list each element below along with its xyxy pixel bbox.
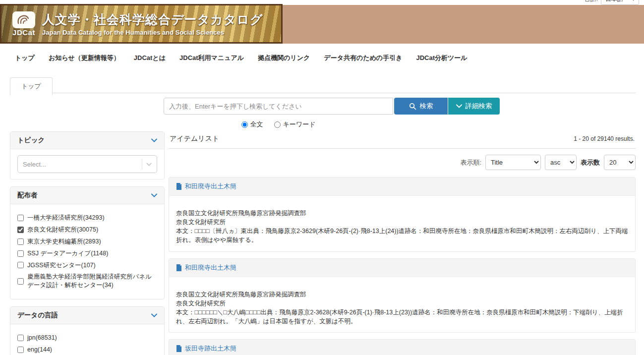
nav-item-links[interactable]: 拠点機関のリンク xyxy=(258,54,310,62)
detail-search-label: 詳細検索 xyxy=(466,102,492,111)
jdcat-logo: JDCat xyxy=(12,11,35,37)
logo-text: JDCat xyxy=(12,28,35,37)
panel-distributor-title: 配布者 xyxy=(17,191,38,200)
order-select[interactable]: asc xyxy=(545,155,577,170)
distributor-option-1[interactable]: 奈良文化財研究所(30075) xyxy=(17,226,157,234)
result-item-0-body: 奈良国立文化財研究所飛鳥藤原宮跡発掘調査部 奈良文化財研究所 本文：□□□□〔卌… xyxy=(169,196,635,251)
sort-label: 表示順: xyxy=(460,158,481,167)
results-title: アイテムリスト xyxy=(170,134,219,143)
distributor-label-5: 慶應義塾大学経済学部附属経済研究所パネルデータ設計・解析センター(34) xyxy=(27,273,157,290)
keyword-radio-input[interactable] xyxy=(274,121,281,128)
logo-swirl-icon xyxy=(12,11,35,28)
result-item-1: 和田廃寺出土木簡 奈良国立文化財研究所飛鳥藤原宮跡発掘調査部 奈良文化財研究所 … xyxy=(169,258,636,333)
nav-item-about[interactable]: JDCatとは xyxy=(134,54,166,62)
keyword-radio-label: キーワード xyxy=(283,120,316,129)
page: 言語: 日本語 ▾ JDCat 人文学・社会科学総合データカタログ Japan xyxy=(0,0,644,355)
search-icon xyxy=(409,103,416,110)
tab-top[interactable]: トップ xyxy=(10,77,53,96)
language-option-0[interactable]: jpn(68531) xyxy=(17,334,157,342)
nav-item-manual[interactable]: JDCat利用マニュアル xyxy=(179,54,244,62)
panel-distributor-header[interactable]: 配布者 xyxy=(10,187,164,204)
panel-distributor: 配布者 一橋大学経済研究所(34293) 奈良文化財研究所(30075) 東京大… xyxy=(10,186,165,299)
per-page-select[interactable]: 20 xyxy=(604,155,636,170)
language-bar: 言語: 日本語 ▾ xyxy=(585,0,639,5)
radio-keyword[interactable]: キーワード xyxy=(274,120,316,129)
nav-item-top[interactable]: トップ xyxy=(15,54,35,62)
language-checkbox-0[interactable] xyxy=(17,335,24,341)
result-item-1-title[interactable]: 和田廃寺出土木簡 xyxy=(185,263,236,272)
distributor-label-0: 一橋大学経済研究所(34293) xyxy=(27,214,105,222)
main-nav: トップ お知らせ（更新情報等） JDCatとは JDCat利用マニュアル 拠点機… xyxy=(15,54,468,62)
distributor-checkbox-3[interactable] xyxy=(17,250,24,257)
site-title: 人文学・社会科学総合データカタログ xyxy=(42,11,263,28)
nav-item-tools[interactable]: JDCat分析ツール xyxy=(416,54,467,62)
distributor-option-0[interactable]: 一橋大学経済研究所(34293) xyxy=(17,214,157,222)
language-checkbox-1[interactable] xyxy=(17,347,24,353)
distributor-checkbox-5[interactable] xyxy=(17,278,24,285)
document-icon xyxy=(176,183,182,190)
language-select[interactable]: 日本語 ▾ xyxy=(601,0,639,5)
result-item-1-body: 奈良国立文化財研究所飛鳥藤原宮跡発掘調査部 奈良文化財研究所 本文：□□□□□□… xyxy=(169,277,635,333)
nav-item-guide[interactable]: データ共有のための手引き xyxy=(324,54,402,62)
distributor-label-1: 奈良文化財研究所(30075) xyxy=(27,226,98,234)
result-item-0-title[interactable]: 和田廃寺出土木簡 xyxy=(185,182,236,191)
language-selected-value: 日本語 xyxy=(605,0,623,3)
select-divider xyxy=(142,159,142,170)
result-item-2-title[interactable]: 坂田寺跡出土木簡 xyxy=(185,344,236,353)
distributor-option-2[interactable]: 東京大学史料編纂所(2893) xyxy=(17,237,157,246)
distributor-option-5[interactable]: 慶應義塾大学経済学部附属経済研究所パネルデータ設計・解析センター(34) xyxy=(17,273,157,290)
panel-distributor-body: 一橋大学経済研究所(34293) 奈良文化財研究所(30075) 東京大学史料編… xyxy=(10,204,164,299)
banner-titles: 人文学・社会科学総合データカタログ Japan Data Catalog for… xyxy=(42,11,263,36)
results-controls: 表示順: Title asc 表示数 20 xyxy=(169,155,636,170)
distributor-checkbox-0[interactable] xyxy=(17,215,24,221)
document-icon xyxy=(176,264,182,271)
panel-topic-body: Select... xyxy=(10,149,164,179)
results-count: 1 - 20 of 29140 results. xyxy=(574,135,635,142)
sort-select[interactable]: Title xyxy=(485,155,541,170)
language-label: 言語: xyxy=(585,0,598,3)
result-item-1-publisher: 奈良文化財研究所 xyxy=(176,299,628,308)
search-input[interactable] xyxy=(164,98,393,115)
distributor-label-4: JGSS研究センター(107) xyxy=(27,261,96,270)
result-item-1-header: 和田廃寺出土木簡 xyxy=(169,259,635,277)
header-strip: JDCat 人文学・社会科学総合データカタログ Japan Data Catal… xyxy=(0,5,644,44)
results-header: アイテムリスト 1 - 20 of 29140 results. xyxy=(169,131,636,149)
chevron-down-icon xyxy=(151,193,157,197)
result-item-0-creator: 奈良国立文化財研究所飛鳥藤原宮跡発掘調査部 xyxy=(176,209,628,218)
search-scope-radios: 全文 キーワード xyxy=(164,120,393,129)
result-item-1-description: 本文：□□□□□□＼□大八嶋□□□□出典：飛鳥藤原京2-3628(木研9-26頁… xyxy=(176,308,628,326)
result-item-2-header: 坂田寺跡出土木簡 xyxy=(169,340,635,355)
search-button-label: 検索 xyxy=(420,102,433,111)
distributor-label-2: 東京大学史料編纂所(2893) xyxy=(27,237,101,246)
radio-fulltext[interactable]: 全文 xyxy=(241,120,263,129)
result-item-1-creator: 奈良国立文化財研究所飛鳥藤原宮跡発掘調査部 xyxy=(176,290,628,299)
site-subtitle: Japan Data Catalog for the Humanities an… xyxy=(42,29,263,36)
search-area: 検索 詳細検索 xyxy=(164,98,500,115)
site-banner[interactable]: JDCat 人文学・社会科学総合データカタログ Japan Data Catal… xyxy=(0,4,283,44)
chevron-down-icon: ▾ xyxy=(632,0,635,2)
detail-search-button[interactable]: 詳細検索 xyxy=(448,98,500,115)
distributor-option-4[interactable]: JGSS研究センター(107) xyxy=(17,261,157,270)
distributor-checkbox-4[interactable] xyxy=(17,262,24,268)
topic-select-placeholder: Select... xyxy=(23,161,46,168)
result-item-0-publisher: 奈良文化財研究所 xyxy=(176,218,628,227)
tab-bar: トップ xyxy=(10,77,636,93)
distributor-option-3[interactable]: SSJ データアーカイブ(1148) xyxy=(17,249,157,258)
distributor-checkbox-1[interactable] xyxy=(17,227,24,233)
document-icon xyxy=(176,345,182,352)
chevron-down-icon xyxy=(151,313,157,317)
language-label-1: eng(144) xyxy=(27,346,52,354)
search-button[interactable]: 検索 xyxy=(394,98,448,115)
panel-data-language-header[interactable]: データの言語 xyxy=(10,307,164,324)
panel-data-language: データの言語 jpn(68531) eng(144) xyxy=(10,306,165,355)
panel-topic-title: トピック xyxy=(17,136,45,145)
chevron-down-icon xyxy=(146,163,152,166)
topic-select[interactable]: Select... xyxy=(17,155,157,173)
panel-topic-header[interactable]: トピック xyxy=(10,132,164,149)
distributor-label-3: SSJ データアーカイブ(1148) xyxy=(27,249,108,258)
fulltext-radio-input[interactable] xyxy=(241,121,248,128)
language-option-1[interactable]: eng(144) xyxy=(17,346,157,354)
distributor-checkbox-2[interactable] xyxy=(17,238,24,245)
chevron-down-icon xyxy=(151,138,157,142)
nav-item-news[interactable]: お知らせ（更新情報等） xyxy=(49,54,120,62)
